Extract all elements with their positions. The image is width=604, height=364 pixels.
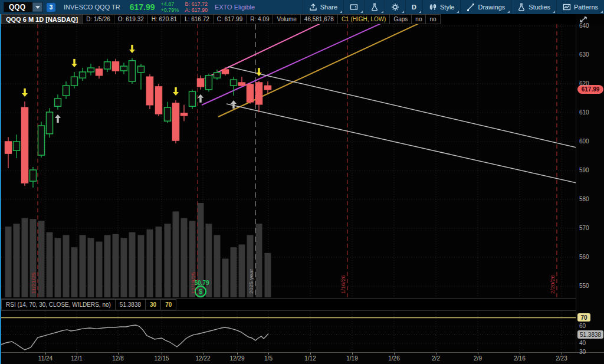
time-tick bbox=[352, 353, 353, 355]
link-channel-icon[interactable]: 3 bbox=[47, 3, 55, 12]
drawings-button[interactable]: Drawings bbox=[460, 0, 511, 14]
price-change: +4.87 +0.79% bbox=[161, 1, 179, 13]
symbol-input[interactable]: QQQ bbox=[4, 2, 43, 12]
share-button[interactable]: Share bbox=[303, 0, 343, 14]
volume-bar bbox=[55, 238, 61, 297]
symbol-value[interactable]: QQQ bbox=[4, 3, 32, 11]
ask-value: A: 617.90 bbox=[185, 7, 208, 13]
trend-line-white-descending-lower[interactable] bbox=[226, 104, 576, 183]
price-axis[interactable]: 617.99 70 51.3838 6406306206106005905805… bbox=[576, 24, 604, 352]
trend-line-gold-ascending[interactable] bbox=[218, 24, 422, 117]
candle-body bbox=[5, 142, 12, 153]
candle-body bbox=[30, 170, 37, 181]
volume-bar bbox=[38, 221, 45, 297]
candle-body bbox=[96, 69, 103, 76]
axis-expand-icon[interactable] bbox=[579, 15, 588, 24]
sell-signal-arrow bbox=[73, 59, 76, 64]
top-toolbar: QQQ 3 INVESCO QQQ TR 617.99 +4.87 +0.79%… bbox=[0, 0, 604, 14]
ohlc-cell: C1 (HIGH, LOW) bbox=[338, 14, 390, 24]
candle-body bbox=[165, 107, 171, 121]
volume-bar bbox=[206, 224, 212, 297]
time-tick bbox=[45, 353, 46, 355]
sell-signal-arrow bbox=[129, 50, 135, 53]
volume-bar bbox=[121, 238, 127, 297]
time-tick-label: 12/1 bbox=[71, 355, 82, 362]
dividend-amount-label: $0.79 bbox=[194, 280, 209, 286]
ohlc-cell: L: 616.72 bbox=[181, 14, 214, 24]
volume-bar bbox=[96, 242, 103, 297]
style-button[interactable]: Style bbox=[422, 0, 460, 14]
ohlc-cell: O: 619.32 bbox=[114, 14, 148, 24]
time-tick-label: 1/12 bbox=[304, 355, 316, 362]
candle-body bbox=[231, 80, 237, 86]
time-tick bbox=[118, 353, 119, 355]
volume-bar bbox=[129, 232, 136, 297]
price-tick-label: 590 bbox=[579, 167, 589, 173]
candle-body bbox=[181, 113, 188, 116]
vertical-line-label: 1/16/26 bbox=[340, 275, 346, 294]
candle-body bbox=[14, 142, 20, 150]
time-axis[interactable]: 11/2412/112/812/1512/2212/291/51/121/191… bbox=[0, 352, 604, 364]
share-icon bbox=[309, 3, 317, 11]
volume-bar bbox=[138, 235, 145, 297]
time-tick-label: 1/5 bbox=[264, 355, 273, 362]
rsi-value-badge: 51.3838 bbox=[577, 330, 603, 339]
chart-style-icon bbox=[429, 3, 437, 11]
candle-body bbox=[22, 107, 28, 183]
buy-signal-arrow bbox=[199, 98, 202, 103]
vertical-line-label: 2025 year bbox=[248, 269, 254, 294]
time-tick bbox=[162, 353, 162, 355]
patterns-button[interactable]: Patterns bbox=[556, 0, 604, 14]
candle-body bbox=[55, 99, 61, 106]
pencil-line-icon bbox=[467, 3, 475, 11]
studies-button[interactable]: Studies bbox=[511, 0, 556, 14]
price-chart-pane[interactable]: $$0.7911/21/2512/19/252025 year1/16/262/… bbox=[1, 24, 576, 298]
volume-bar bbox=[14, 224, 20, 297]
volume-bar bbox=[256, 224, 262, 297]
time-tick bbox=[436, 353, 436, 355]
price-chart-canvas[interactable]: $$0.7911/21/2512/19/252025 year1/16/262/… bbox=[1, 24, 576, 298]
quick-study-button[interactable] bbox=[364, 0, 385, 14]
panel-alert-icon bbox=[350, 3, 358, 11]
price-tick-label: 600 bbox=[579, 138, 589, 145]
change-percent: +0.79% bbox=[161, 7, 179, 13]
price-tick-label: 630 bbox=[579, 51, 589, 58]
buy-signal-arrow bbox=[198, 94, 203, 98]
time-tick-label: 2/23 bbox=[556, 355, 567, 362]
time-tick bbox=[478, 353, 478, 355]
candle-body bbox=[247, 84, 254, 102]
trend-line-white-descending-upper[interactable] bbox=[228, 67, 576, 147]
buy-signal-arrow bbox=[232, 104, 235, 109]
rsi-canvas[interactable] bbox=[1, 311, 576, 352]
chart-alerts-button[interactable] bbox=[343, 0, 364, 14]
time-tick bbox=[310, 353, 311, 355]
ohlc-cell: H: 620.81 bbox=[148, 14, 181, 24]
rsi-pane[interactable] bbox=[1, 311, 576, 352]
price-tick-label: 560 bbox=[579, 254, 589, 260]
volume-bar bbox=[63, 235, 70, 297]
bid-value: B: 617.72 bbox=[185, 1, 208, 7]
ohlc-cell: C: 617.99 bbox=[214, 14, 247, 24]
last-price: 617.99 bbox=[130, 2, 155, 12]
symbol-dropdown-button[interactable] bbox=[32, 2, 42, 12]
volume-bar bbox=[80, 235, 86, 297]
sell-signal-arrow bbox=[258, 68, 260, 73]
price-tick-label: 580 bbox=[579, 196, 589, 202]
candle-body bbox=[80, 72, 86, 78]
rsi-study-label[interactable]: RSI (14, 70, 30, CLOSE, WILDERS, no) bbox=[1, 299, 116, 310]
time-tick-label: 12/8 bbox=[112, 355, 123, 362]
volume-bar bbox=[156, 227, 162, 297]
timeframe-button[interactable]: D bbox=[405, 0, 422, 14]
time-tick bbox=[237, 353, 238, 355]
candle-body bbox=[47, 112, 53, 134]
candle-body bbox=[113, 62, 119, 71]
volume-bar bbox=[222, 258, 229, 297]
sell-signal-arrow bbox=[22, 93, 28, 97]
volume-bar bbox=[265, 253, 271, 297]
candle-body bbox=[222, 70, 229, 74]
pane-divider[interactable] bbox=[0, 298, 576, 299]
thinkorswim-chart-window: QQQ 3 INVESCO QQQ TR 617.99 +4.87 +0.79%… bbox=[0, 0, 604, 364]
time-tick bbox=[268, 353, 269, 355]
settings-button[interactable] bbox=[385, 0, 405, 14]
rsi-value: 51.3838 bbox=[116, 299, 146, 310]
